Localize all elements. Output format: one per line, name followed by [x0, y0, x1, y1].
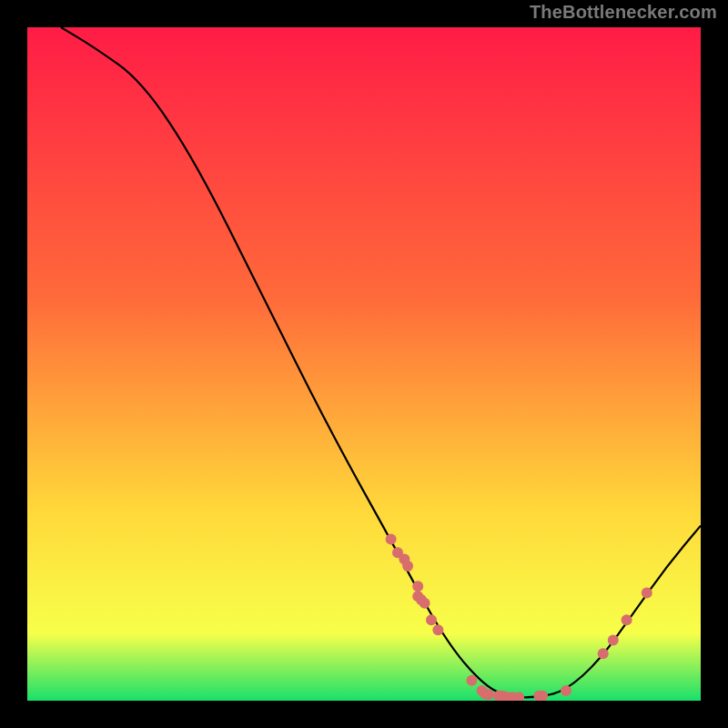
data-marker — [598, 648, 609, 659]
data-marker — [412, 581, 423, 592]
data-marker — [432, 624, 443, 635]
gradient-background — [27, 27, 701, 701]
data-marker — [608, 634, 619, 645]
data-marker — [642, 588, 652, 599]
data-marker — [622, 614, 632, 625]
data-marker — [402, 561, 413, 571]
data-marker — [420, 598, 430, 609]
chart-wrapper: TheBottlenecker.com — [0, 0, 728, 728]
data-marker — [386, 533, 397, 544]
data-marker — [561, 685, 571, 696]
data-marker — [426, 614, 437, 625]
data-marker — [466, 675, 477, 686]
plot-area — [27, 27, 701, 701]
chart-svg — [27, 27, 701, 701]
attribution-text: TheBottlenecker.com — [530, 2, 717, 23]
data-marker — [483, 689, 494, 700]
